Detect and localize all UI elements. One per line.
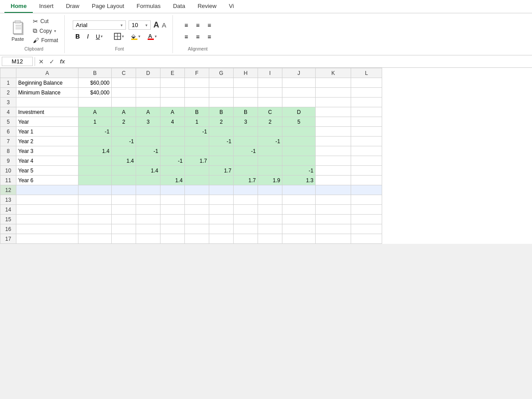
cell-1-C[interactable] — [112, 78, 136, 88]
cell-4-L[interactable] — [351, 107, 382, 117]
cell-reference-box[interactable]: M12 — [2, 57, 33, 66]
cell-15-E[interactable] — [160, 215, 185, 224]
row-header-14[interactable]: 14 — [0, 205, 16, 215]
cell-13-D[interactable] — [136, 195, 160, 205]
cell-10-E[interactable] — [160, 166, 185, 176]
row-header-11[interactable]: 11 — [0, 176, 16, 185]
cell-8-C[interactable] — [112, 146, 136, 156]
cell-5-H[interactable]: 3 — [234, 117, 258, 127]
cell-12-E[interactable] — [160, 185, 185, 195]
cell-11-A[interactable]: Year 6 — [16, 176, 78, 185]
italic-button[interactable]: I — [84, 31, 91, 41]
cell-13-E[interactable] — [160, 195, 185, 205]
col-header-h[interactable]: H — [234, 68, 258, 78]
cell-16-G[interactable] — [209, 224, 234, 234]
cell-14-G[interactable] — [209, 205, 234, 215]
cell-14-L[interactable] — [351, 205, 382, 215]
cell-8-I[interactable] — [258, 146, 282, 156]
align-right-button[interactable]: ≡ — [204, 32, 215, 42]
cell-6-D[interactable] — [136, 127, 160, 137]
cell-7-L[interactable] — [351, 137, 382, 146]
cell-4-F[interactable]: B — [185, 107, 209, 117]
col-header-d[interactable]: D — [136, 68, 160, 78]
cell-4-B[interactable]: A — [78, 107, 112, 117]
row-header-13[interactable]: 13 — [0, 195, 16, 205]
cell-4-H[interactable]: B — [234, 107, 258, 117]
cell-10-B[interactable] — [78, 166, 112, 176]
row-header-9[interactable]: 9 — [0, 156, 16, 166]
cell-3-C[interactable] — [112, 98, 136, 107]
row-header-1[interactable]: 1 — [0, 78, 16, 88]
cell-10-K[interactable] — [316, 166, 351, 176]
cell-5-L[interactable] — [351, 117, 382, 127]
cell-7-F[interactable] — [185, 137, 209, 146]
cell-8-L[interactable] — [351, 146, 382, 156]
cell-14-F[interactable] — [185, 205, 209, 215]
format-painter-button[interactable]: 🖌 Format — [30, 36, 61, 45]
cell-2-G[interactable] — [209, 88, 234, 98]
cell-10-F[interactable] — [185, 166, 209, 176]
cell-12-K[interactable] — [316, 185, 351, 195]
cell-5-G[interactable]: 2 — [209, 117, 234, 127]
cell-5-B[interactable]: 1 — [78, 117, 112, 127]
align-left-button[interactable]: ≡ — [181, 32, 192, 42]
cell-8-H[interactable]: -1 — [234, 146, 258, 156]
cut-button[interactable]: ✂ Cut — [30, 17, 61, 26]
cell-12-G[interactable] — [209, 185, 234, 195]
cell-17-L[interactable] — [351, 234, 382, 244]
formula-input[interactable] — [69, 57, 530, 66]
fill-color-button[interactable]: ⬙ ▾ — [129, 31, 143, 41]
cell-2-A[interactable]: Minimum Balance — [16, 88, 78, 98]
cell-7-H[interactable] — [234, 137, 258, 146]
bold-button[interactable]: B — [73, 31, 82, 41]
cell-2-J[interactable] — [282, 88, 316, 98]
cell-3-H[interactable] — [234, 98, 258, 107]
cell-17-G[interactable] — [209, 234, 234, 244]
cell-17-J[interactable] — [282, 234, 316, 244]
cell-13-A[interactable] — [16, 195, 78, 205]
cell-1-A[interactable]: Beginning Balance — [16, 78, 78, 88]
cell-9-L[interactable] — [351, 156, 382, 166]
cell-16-I[interactable] — [258, 224, 282, 234]
tab-view[interactable]: Vi — [223, 0, 240, 13]
cell-6-L[interactable] — [351, 127, 382, 137]
cell-11-J[interactable]: 1.3 — [282, 176, 316, 185]
cell-16-J[interactable] — [282, 224, 316, 234]
cell-17-D[interactable] — [136, 234, 160, 244]
cell-7-A[interactable]: Year 2 — [16, 137, 78, 146]
cell-16-B[interactable] — [78, 224, 112, 234]
cell-1-J[interactable] — [282, 78, 316, 88]
cell-17-A[interactable] — [16, 234, 78, 244]
border-button[interactable]: ▾ — [111, 31, 127, 41]
row-header-8[interactable]: 8 — [0, 146, 16, 156]
tab-insert[interactable]: Insert — [33, 0, 60, 13]
align-middle-button[interactable]: ≡ — [192, 20, 203, 30]
cell-7-B[interactable] — [78, 137, 112, 146]
cell-9-A[interactable]: Year 4 — [16, 156, 78, 166]
cell-3-A[interactable] — [16, 98, 78, 107]
cell-4-A[interactable]: Investment — [16, 107, 78, 117]
align-top-button[interactable]: ≡ — [181, 20, 192, 30]
cell-16-A[interactable] — [16, 224, 78, 234]
cell-16-L[interactable] — [351, 224, 382, 234]
cell-15-A[interactable] — [16, 215, 78, 224]
cell-10-D[interactable]: 1.4 — [136, 166, 160, 176]
cell-12-D[interactable] — [136, 185, 160, 195]
row-header-16[interactable]: 16 — [0, 224, 16, 234]
cell-14-E[interactable] — [160, 205, 185, 215]
cell-17-F[interactable] — [185, 234, 209, 244]
cell-8-J[interactable] — [282, 146, 316, 156]
cell-1-G[interactable] — [209, 78, 234, 88]
cell-7-G[interactable]: -1 — [209, 137, 234, 146]
font-name-selector[interactable]: Arial ▾ — [73, 20, 126, 30]
cell-8-D[interactable]: -1 — [136, 146, 160, 156]
cell-6-C[interactable] — [112, 127, 136, 137]
font-increase-button[interactable]: A — [153, 20, 159, 30]
cell-2-L[interactable] — [351, 88, 382, 98]
cell-6-A[interactable]: Year 1 — [16, 127, 78, 137]
cell-9-H[interactable] — [234, 156, 258, 166]
cell-17-E[interactable] — [160, 234, 185, 244]
cell-10-J[interactable]: -1 — [282, 166, 316, 176]
cell-8-B[interactable]: 1.4 — [78, 146, 112, 156]
tab-draw[interactable]: Draw — [60, 0, 86, 13]
